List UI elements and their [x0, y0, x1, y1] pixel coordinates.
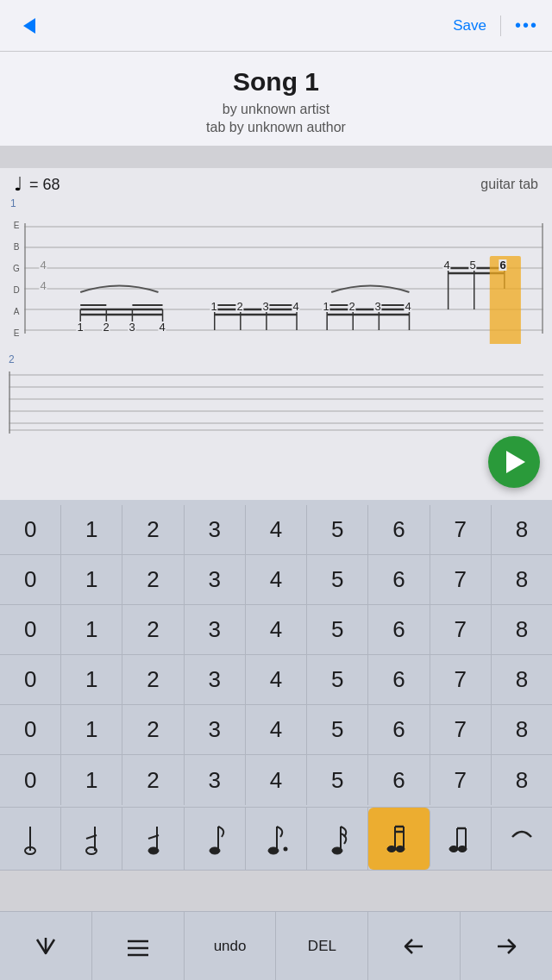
key-3-r6[interactable]: 3: [185, 755, 246, 805]
tab-notes: 4 4 1 2 3 4 1 2 3 4 1 2 3 4: [24, 215, 543, 344]
down-arrow-icon: [32, 933, 60, 960]
key-7-r5[interactable]: 7: [430, 705, 492, 754]
measure-1-label: 1: [9, 197, 543, 209]
save-button[interactable]: Save: [453, 17, 486, 34]
key-4-r5[interactable]: 4: [246, 705, 307, 754]
key-1-r2[interactable]: 1: [61, 555, 122, 604]
duration-row: [0, 807, 552, 871]
back-button[interactable]: [14, 10, 45, 41]
key-4-r2[interactable]: 4: [246, 555, 307, 604]
dur-sixteenth[interactable]: [307, 808, 368, 870]
num-row-1: 0 1 2 3 4 5 6 7 8: [0, 505, 552, 555]
key-8-r1[interactable]: 8: [492, 505, 552, 554]
num-rows: 0 1 2 3 4 5 6 7 8 0 1 2 3 4 5 6 7 8 0 1 …: [0, 500, 552, 807]
beamed-eighth-icon: [445, 820, 476, 858]
key-1-r5[interactable]: 1: [61, 705, 122, 754]
key-1-r3[interactable]: 1: [61, 605, 122, 654]
key-6-r6[interactable]: 6: [368, 755, 430, 805]
key-6-r5[interactable]: 6: [368, 705, 430, 754]
dur-eighth[interactable]: [185, 808, 246, 870]
staff-1: E B G D A E: [9, 211, 543, 347]
key-2-r6[interactable]: 2: [122, 755, 184, 805]
key-3-r5[interactable]: 3: [185, 705, 246, 754]
key-2-r2[interactable]: 2: [122, 555, 184, 604]
key-2-r5[interactable]: 2: [122, 705, 184, 754]
key-4-r6[interactable]: 4: [246, 755, 307, 805]
key-8-r2[interactable]: 8: [492, 555, 552, 604]
key-7-r6[interactable]: 7: [430, 755, 492, 805]
key-4-r4[interactable]: 4: [246, 655, 307, 704]
key-6-r1[interactable]: 6: [368, 505, 430, 554]
key-6-r2[interactable]: 6: [368, 555, 430, 604]
key-5-r2[interactable]: 5: [307, 555, 368, 604]
key-7-r3[interactable]: 7: [430, 605, 492, 654]
key-8-r3[interactable]: 8: [492, 605, 552, 654]
key-5-r6[interactable]: 5: [307, 755, 368, 805]
key-5-r3[interactable]: 5: [307, 605, 368, 654]
key-1-r6[interactable]: 1: [61, 755, 122, 805]
measure-2-svg: [9, 368, 543, 437]
key-2-r3[interactable]: 2: [122, 605, 184, 654]
key-3-r1[interactable]: 3: [185, 505, 246, 554]
key-7-r1[interactable]: 7: [430, 505, 492, 554]
svg-point-56: [268, 847, 279, 854]
note-g4-g5: 5: [468, 259, 476, 271]
key-0-r1[interactable]: 0: [0, 505, 61, 554]
key-5-r5[interactable]: 5: [307, 705, 368, 754]
key-5-r4[interactable]: 5: [307, 655, 368, 704]
header-right-actions: Save •••: [453, 16, 538, 36]
measure-1: 1 E B G D A E: [9, 197, 543, 347]
down-arrow-button[interactable]: [0, 912, 92, 980]
dur-half[interactable]: [61, 808, 122, 870]
dur-beamed-active[interactable]: [368, 808, 430, 870]
tab-type: guitar tab: [480, 177, 538, 192]
beamed-sixteenth-icon: [383, 820, 414, 858]
key-8-r4[interactable]: 8: [492, 655, 552, 704]
dur-beamed-eighth[interactable]: [430, 808, 492, 870]
measure-2-staff: [9, 368, 543, 437]
staff-lines-area: 4 4 1 2 3 4 1 2 3 4 1 2 3 4: [24, 215, 543, 344]
key-0-r5[interactable]: 0: [0, 705, 61, 754]
key-2-r4[interactable]: 2: [122, 655, 184, 704]
key-8-r6[interactable]: 8: [492, 755, 552, 805]
del-button[interactable]: DEL: [276, 912, 368, 980]
play-button[interactable]: [488, 436, 540, 488]
song-tab-author: tab by unknown author: [17, 120, 535, 135]
key-8-r5[interactable]: 8: [492, 705, 552, 754]
dur-whole[interactable]: [0, 808, 61, 870]
key-4-r1[interactable]: 4: [246, 505, 307, 554]
right-arrow-button[interactable]: [461, 912, 552, 980]
tab-sheet[interactable]: ♩ = 68 guitar tab 1 E B G D A E: [0, 168, 552, 500]
tempo-left: ♩ = 68: [14, 175, 60, 194]
dur-quarter[interactable]: [122, 808, 184, 870]
string-E-high: E: [9, 222, 24, 230]
key-0-r2[interactable]: 0: [0, 555, 61, 604]
key-0-r3[interactable]: 0: [0, 605, 61, 654]
key-1-r4[interactable]: 1: [61, 655, 122, 704]
key-3-r3[interactable]: 3: [185, 605, 246, 654]
left-arrow-button[interactable]: [368, 912, 461, 980]
key-0-r6[interactable]: 0: [0, 755, 61, 805]
key-4-r3[interactable]: 4: [246, 605, 307, 654]
key-2-r1[interactable]: 2: [122, 505, 184, 554]
dur-tie[interactable]: [492, 808, 552, 870]
key-7-r2[interactable]: 7: [430, 555, 492, 604]
key-0-r4[interactable]: 0: [0, 655, 61, 704]
left-arrow-icon: [400, 933, 428, 960]
key-3-r4[interactable]: 3: [185, 655, 246, 704]
svg-point-69: [458, 846, 467, 852]
key-1-r1[interactable]: 1: [61, 505, 122, 554]
menu-button[interactable]: [92, 912, 185, 980]
svg-point-68: [449, 846, 458, 852]
svg-point-51: [148, 847, 159, 854]
key-6-r3[interactable]: 6: [368, 605, 430, 654]
dur-dotted-eighth[interactable]: [246, 808, 307, 870]
key-6-r4[interactable]: 6: [368, 655, 430, 704]
undo-button[interactable]: undo: [185, 912, 277, 980]
key-5-r1[interactable]: 5: [307, 505, 368, 554]
more-button[interactable]: •••: [515, 16, 538, 35]
key-7-r4[interactable]: 7: [430, 655, 492, 704]
svg-point-63: [396, 846, 405, 852]
string-G: G: [9, 265, 24, 273]
key-3-r2[interactable]: 3: [185, 555, 246, 604]
